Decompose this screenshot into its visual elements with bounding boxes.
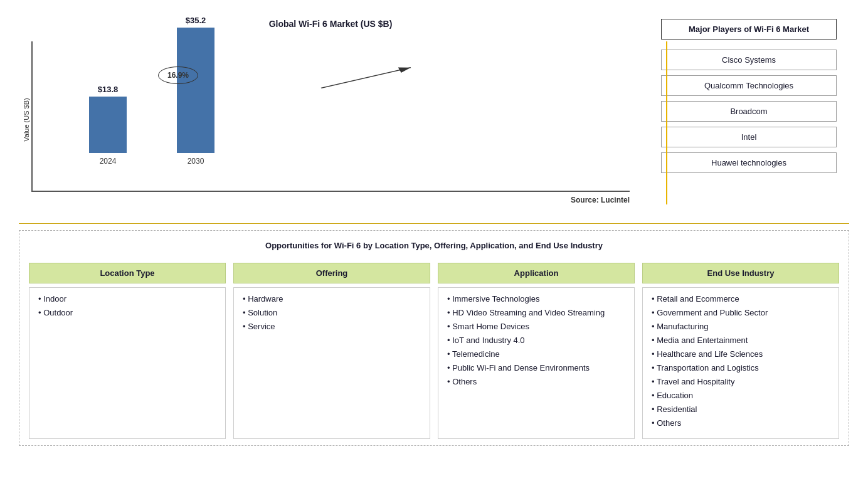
- bar-2030-value: $35.2: [186, 16, 206, 25]
- player-qualcomm: Qualcomm Technologies: [661, 75, 837, 96]
- bar-2030-label: 2030: [188, 157, 204, 166]
- opp-industry-manufacturing: Manufacturing: [650, 322, 831, 331]
- opp-col-application: Application Immersive Technologies HD Vi…: [438, 263, 635, 439]
- opportunities-section: Opportunities for Wi-Fi 6 by Location Ty…: [19, 230, 849, 446]
- opp-industry-healthcare: Healthcare and Life Sciences: [650, 349, 831, 359]
- opp-industry-education: Education: [650, 391, 831, 400]
- opp-app-public-wifi: Public Wi-Fi and Dense Environments: [446, 363, 627, 373]
- section-divider: [19, 223, 849, 224]
- bar-2024-rect: [89, 97, 127, 153]
- opp-header-offering: Offering: [233, 263, 430, 283]
- player-intel: Intel: [661, 127, 837, 147]
- opp-app-iot: IoT and Industry 4.0: [446, 336, 627, 345]
- svg-line-1: [321, 68, 411, 88]
- opp-header-application: Application: [438, 263, 635, 283]
- cagr-value: 16.9%: [158, 66, 198, 84]
- opp-app-telemedicine: Telemedicine: [446, 349, 627, 359]
- opp-industry-residential: Residential: [650, 404, 831, 414]
- bar-2024-value: $13.8: [98, 85, 119, 94]
- opp-app-immersive: Immersive Technologies: [446, 294, 627, 304]
- opportunities-title: Opportunities for Wi-Fi 6 by Location Ty…: [29, 237, 839, 254]
- opp-content-application: Immersive Technologies HD Video Streamin…: [438, 287, 635, 439]
- opp-app-smart-home: Smart Home Devices: [446, 322, 627, 331]
- opp-offering-hardware: Hardware: [241, 294, 422, 304]
- opp-col-location: Location Type Indoor Outdoor: [29, 263, 226, 439]
- vertical-yellow-line: [666, 41, 667, 204]
- player-huawei: Huawei technologies: [661, 152, 837, 173]
- opp-industry-transport: Transportation and Logistics: [650, 363, 831, 373]
- opp-header-location: Location Type: [29, 263, 226, 283]
- players-panel: Major Players of Wi-Fi 6 Market Cisco Sy…: [648, 13, 849, 211]
- player-broadcom: Broadcom: [661, 101, 837, 122]
- bar-2030: $35.2 2030: [177, 16, 214, 166]
- bar-2030-rect: [177, 28, 214, 153]
- opp-industry-others: Others: [650, 418, 831, 428]
- opp-col-offering: Offering Hardware Solution Service: [233, 263, 430, 439]
- players-title: Major Players of Wi-Fi 6 Market: [661, 19, 837, 40]
- opp-content-industry: Retail and Ecommerce Government and Publ…: [642, 287, 839, 439]
- opp-industry-travel: Travel and Hospitality: [650, 377, 831, 386]
- opp-location-indoor: Indoor: [37, 294, 218, 304]
- opp-content-location: Indoor Outdoor: [29, 287, 226, 439]
- opp-header-industry: End Use Industry: [642, 263, 839, 283]
- opportunities-grid: Location Type Indoor Outdoor Offering Ha…: [29, 263, 839, 439]
- y-axis-label: Value (US $B): [23, 98, 30, 142]
- opp-app-hd-video: HD Video Streaming and Video Streaming: [446, 308, 627, 317]
- opp-industry-govt: Government and Public Sector: [650, 308, 831, 317]
- opp-col-industry: End Use Industry Retail and Ecommerce Go…: [642, 263, 839, 439]
- bar-2024-label: 2024: [100, 157, 117, 166]
- player-cisco: Cisco Systems: [661, 50, 837, 70]
- opp-offering-service: Service: [241, 322, 422, 331]
- opp-industry-retail: Retail and Ecommerce: [650, 294, 831, 304]
- opp-offering-solution: Solution: [241, 308, 422, 317]
- opp-location-outdoor: Outdoor: [37, 308, 218, 317]
- cagr-annotation: 16.9%: [158, 66, 198, 84]
- bar-2024: $13.8 2024: [89, 85, 127, 166]
- chart-title: Global Wi-Fi 6 Market (US $B): [31, 19, 630, 29]
- source-label: Source: Lucintel: [31, 196, 630, 204]
- opp-industry-media: Media and Entertainment: [650, 336, 831, 345]
- opp-app-others: Others: [446, 377, 627, 386]
- opp-content-offering: Hardware Solution Service: [233, 287, 430, 439]
